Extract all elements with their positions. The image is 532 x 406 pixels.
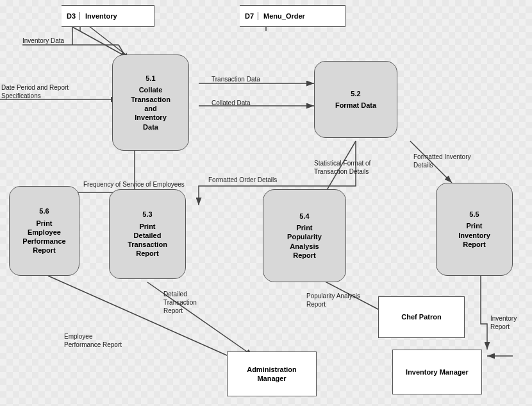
process-54-id: 5.4 [299, 212, 309, 221]
process-54: 5.4 PrintPopularityAnalysisReport [263, 189, 346, 282]
label-detailed-report: Detailed Transaction Report [163, 290, 215, 315]
process-52-id: 5.2 [351, 89, 360, 98]
process-56-label: PrintEmployeePerformanceReport [22, 219, 65, 255]
datastore-d3-id: D3 [67, 12, 80, 20]
process-56-id: 5.6 [39, 207, 49, 216]
datastore-d3: D3 Inventory [62, 5, 154, 27]
label-formatted-inv: Formatted Inventory Details [413, 153, 471, 169]
label-freq-service: Frequency of Service of Employees [83, 181, 212, 188]
datastore-d7-id: D7 [245, 12, 258, 20]
label-formatted-order: Formatted Order Details [208, 176, 277, 183]
svg-line-16 [72, 27, 128, 58]
datastore-d7: D7 Menu_Order [240, 5, 345, 27]
label-collated-data: Collated Data [212, 99, 251, 106]
process-51-label: CollateTransactionandInventoryData [131, 85, 170, 131]
label-emp-perf: Employee Performance Report [64, 332, 128, 349]
process-53: 5.3 PrintDetailedTransactionReport [109, 189, 186, 279]
label-inv-report: Inventory Report [490, 314, 532, 331]
process-55: 5.5 PrintInventoryReport [436, 183, 513, 276]
label-inventory-data: Inventory Data [22, 37, 64, 44]
label-transaction-data: Transaction Data [212, 76, 260, 83]
process-52-label: Format Data [335, 101, 376, 110]
process-55-id: 5.5 [469, 210, 479, 219]
process-52: 5.2 Format Data [314, 61, 397, 138]
process-55-label: PrintInventoryReport [458, 221, 490, 249]
entity-inventory-mgr: Inventory Manager [392, 350, 482, 394]
datastore-d7-label: Menu_Order [263, 12, 305, 20]
entity-chef-label: Chef Patron [401, 312, 441, 321]
label-pop-analysis: Popularity Analysis Report [306, 292, 370, 309]
entity-inventory-mgr-label: Inventory Manager [406, 368, 469, 376]
process-56: 5.6 PrintEmployeePerformanceReport [9, 186, 79, 276]
entity-chef: Chef Patron [378, 296, 465, 338]
entity-admin-label: AdministrationManager [247, 365, 297, 384]
svg-line-12 [48, 276, 250, 366]
process-53-label: PrintDetailedTransactionReport [128, 222, 167, 258]
process-54-label: PrintPopularityAnalysisReport [287, 223, 322, 260]
process-53-id: 5.3 [142, 210, 152, 219]
process-51: 5.1 CollateTransactionandInventoryData [112, 55, 189, 151]
datastore-d3-label: Inventory [85, 12, 117, 20]
label-stat-format: Statistical Format of Transaction Detail… [314, 159, 391, 176]
entity-admin: AdministrationManager [227, 351, 317, 396]
process-51-id: 5.1 [145, 74, 155, 83]
diagram-container: D3 Inventory D7 Menu_Order 5.1 CollateTr… [0, 0, 532, 406]
label-date-period: Date Period and Report Specifications [1, 83, 78, 100]
